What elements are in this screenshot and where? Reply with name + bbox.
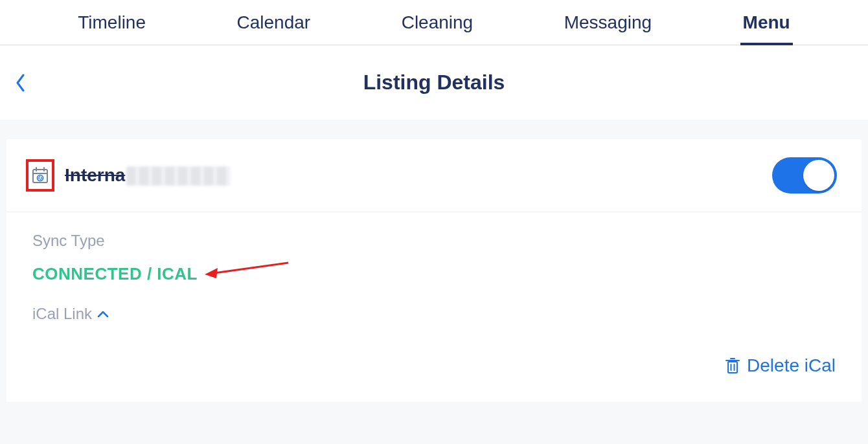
tab-cleaning[interactable]: Cleaning: [399, 3, 476, 43]
calendar-link-icon: [31, 166, 49, 184]
listing-name: Interna: [65, 165, 230, 186]
sync-status: CONNECTED / ICAL: [32, 264, 836, 284]
toggle-knob: [803, 160, 834, 191]
top-nav: Timeline Calendar Cleaning Messaging Men…: [0, 0, 868, 45]
tab-menu[interactable]: Menu: [740, 0, 793, 45]
trash-icon: [725, 357, 740, 375]
listing-toggle[interactable]: [772, 157, 837, 194]
tab-messaging[interactable]: Messaging: [562, 3, 654, 43]
chevron-left-icon: [16, 74, 26, 92]
card-header: Interna: [6, 139, 862, 212]
card-body: Sync Type CONNECTED / ICAL iCal Link: [6, 212, 862, 402]
tab-timeline[interactable]: Timeline: [75, 3, 148, 43]
listing-card: Interna Sync Type CONNECTED / ICAL iCal …: [6, 139, 862, 402]
tab-calendar[interactable]: Calendar: [234, 3, 314, 43]
svg-point-4: [38, 175, 43, 181]
delete-ical-button[interactable]: Delete iCal: [725, 355, 836, 376]
delete-row: Delete iCal: [32, 323, 836, 376]
page-title: Listing Details: [363, 71, 505, 94]
page-header: Listing Details: [0, 45, 868, 120]
ical-link-toggle[interactable]: iCal Link: [32, 305, 836, 323]
delete-ical-label: Delete iCal: [747, 355, 836, 376]
ical-link-label: iCal Link: [32, 305, 92, 323]
sync-type-label: Sync Type: [32, 232, 836, 250]
listing-icon-box: [26, 159, 54, 192]
chevron-up-icon: [97, 310, 109, 318]
svg-rect-7: [728, 362, 737, 373]
back-button[interactable]: [10, 69, 31, 97]
